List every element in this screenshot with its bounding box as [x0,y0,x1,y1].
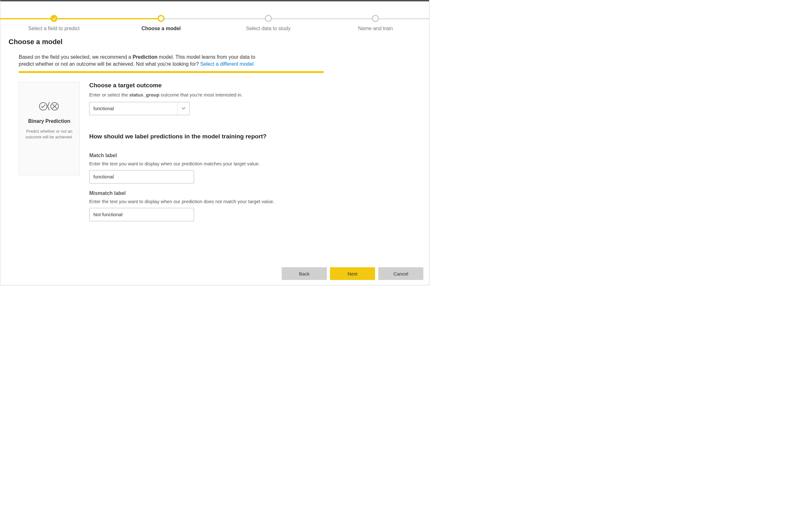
wizard-stepper: Select a field to predict Choose a model… [0,9,429,32]
target-outcome-subtext: Enter or select the status_group outcome… [89,92,318,97]
step-circle-current-icon [157,15,165,22]
cancel-button[interactable]: Cancel [378,267,423,280]
target-outcome-combobox[interactable] [89,102,190,115]
model-card-desc: Predict whether or not an outcome will b… [23,129,76,140]
target-outcome-heading: Choose a target outcome [89,82,318,89]
mismatch-label-heading: Mismatch label [89,190,318,196]
match-label-input[interactable] [89,170,194,184]
page-title: Choose a model [8,38,429,46]
desc-bold: Prediction [132,54,157,60]
step-choose-model[interactable]: Choose a model [108,9,215,32]
chevron-down-icon [181,106,186,111]
top-border [0,0,429,1]
step-label: Select a field to predict [0,26,108,32]
step-label: Name and train [322,26,429,32]
svg-point-0 [39,102,47,110]
step-select-field[interactable]: Select a field to predict [0,9,108,32]
target-outcome-dropdown-button[interactable] [177,102,189,115]
desc-prefix: Based on the field you selected, we reco… [19,54,132,60]
model-recommendation-text: Based on the field you selected, we reco… [19,54,269,68]
binary-prediction-icon [23,100,76,113]
back-button[interactable]: Back [282,267,327,280]
accent-divider [19,71,324,73]
step-circle-icon [265,15,272,22]
wizard-footer: Back Next Cancel [282,267,423,280]
next-button[interactable]: Next [330,267,375,280]
match-label-subtext: Enter the text you want to display when … [89,161,318,166]
target-outcome-input[interactable] [90,102,177,115]
label-predictions-heading: How should we label predictions in the m… [89,133,318,140]
mismatch-label-input[interactable] [89,208,194,221]
step-name-train[interactable]: Name and train [322,9,429,32]
checkmark-icon [51,15,57,22]
step-select-data[interactable]: Select data to study [215,9,322,32]
step-label: Choose a model [108,26,215,32]
model-card-binary-prediction[interactable]: Binary Prediction Predict whether or not… [19,82,80,175]
select-different-model-link[interactable]: Select a different model [200,61,254,66]
mismatch-label-subtext: Enter the text you want to display when … [89,199,318,204]
match-label-heading: Match label [89,153,318,158]
step-label: Select data to study [215,26,322,32]
model-card-title: Binary Prediction [23,118,76,124]
step-circle-icon [372,15,379,22]
